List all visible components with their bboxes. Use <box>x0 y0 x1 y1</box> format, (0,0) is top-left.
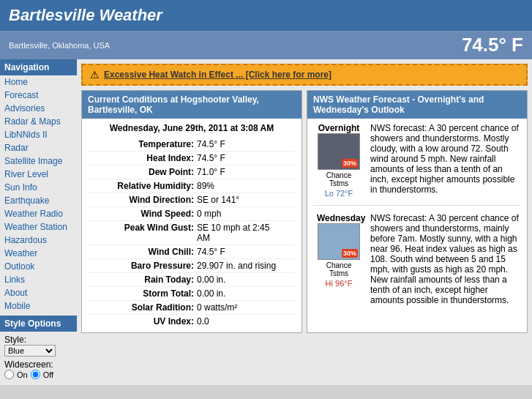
condition-row: UV Index:0.0 <box>88 315 296 328</box>
condition-row: Heat Index:74.5° F <box>88 152 296 165</box>
sidebar-item-libnnids_ii[interactable]: LibNNids II <box>0 128 77 141</box>
sidebar-item-sun_info[interactable]: Sun Info <box>0 181 77 194</box>
conditions-header: Current Conditions at Hogshooter Valley,… <box>82 91 301 119</box>
cond-label: UV Index: <box>99 316 194 327</box>
cond-label: Wind Speed: <box>99 209 194 219</box>
current-temp: 74.5° F <box>462 34 523 56</box>
sidebar-item-about[interactable]: About <box>0 286 77 299</box>
period-sublabel: ChanceTstms <box>326 261 351 277</box>
sidebar-item-home[interactable]: Home <box>0 75 77 89</box>
nav-section-header: Navigation <box>0 59 77 75</box>
widescreen-row: Widescreen: On Off <box>4 359 72 379</box>
cond-value: 0.0 <box>197 316 285 327</box>
sidebar-item-radar_&_maps[interactable]: Radar & Maps <box>0 115 77 128</box>
condition-row: Wind Chill:74.5° F <box>88 245 296 259</box>
cond-value: SE 10 mph at 2:45 AM <box>197 223 285 243</box>
widescreen-options: On Off <box>4 370 72 379</box>
alert-bar: ⚠ Excessive Heat Watch in Effect ... [Cl… <box>81 64 528 86</box>
forecast-body: Overnight 30% ChanceTstms Lo 72°F NWS fo… <box>307 119 527 317</box>
sidebar-item-outlook[interactable]: Outlook <box>0 260 77 273</box>
cond-value: 74.5° F <box>197 153 285 163</box>
page-title: Bartlesville Weather <box>9 6 162 25</box>
sidebar-item-weather[interactable]: Weather <box>0 247 77 260</box>
sidebar-item-weather_radio[interactable]: Weather Radio <box>0 207 77 220</box>
alert-link[interactable]: Excessive Heat Watch in Effect ... [Clic… <box>104 70 331 80</box>
period-label: Overnight <box>317 123 361 133</box>
forecast-period: Wednesday 30% ChanceTstms Hi 96°F NWS fo… <box>313 213 521 313</box>
sidebar-item-hazardous[interactable]: Hazardous <box>0 234 77 247</box>
sidebar-item-advisories[interactable]: Advisories <box>0 102 77 115</box>
cond-value: 0.00 in. <box>197 275 285 285</box>
condition-row: Relative Humidity:89% <box>88 179 296 193</box>
style-section-header: Style Options <box>0 316 77 332</box>
sidebar-item-mobile[interactable]: Mobile <box>0 299 77 313</box>
cond-value: 74.5° F <box>197 139 285 149</box>
cond-value: 0 watts/m² <box>197 302 285 313</box>
cond-label: Solar Radition: <box>99 302 194 313</box>
cond-label: Wind Chill: <box>99 247 194 257</box>
cond-value: 71.0° F <box>197 167 285 177</box>
main-content: ⚠ Excessive Heat Watch in Effect ... [Cl… <box>77 59 532 385</box>
widescreen-off-radio[interactable] <box>31 370 40 379</box>
condition-row: Wind Direction:SE or 141° <box>88 193 296 207</box>
condition-row: Baro Pressure:29.907 in. and rising <box>88 259 296 273</box>
forecast-header: NWS Weather Forecast - Overnight's and W… <box>307 91 527 119</box>
cond-label: Rain Today: <box>99 275 194 285</box>
cond-value: SE or 141° <box>197 195 285 205</box>
condition-row: Solar Radition:0 watts/m² <box>88 301 296 315</box>
forecast-box: NWS Weather Forecast - Overnight's and W… <box>307 90 528 333</box>
style-options-body: Style: Blue Widescreen: On Off <box>0 332 77 385</box>
condition-row: Peak Wind Gust:SE 10 mph at 2:45 AM <box>88 221 296 245</box>
widescreen-off-label: Off <box>43 370 53 379</box>
cond-value: 74.5° F <box>197 247 285 257</box>
sidebar-item-radar[interactable]: Radar <box>0 141 77 154</box>
cond-label: Heat Index: <box>99 153 194 163</box>
widescreen-label: Widescreen: <box>4 359 53 370</box>
style-row: Style: Blue <box>4 335 72 357</box>
conditions-box: Current Conditions at Hogshooter Valley,… <box>81 90 302 333</box>
cond-label: Baro Pressure: <box>99 261 194 271</box>
period-temp: Lo 72°F <box>325 189 353 198</box>
period-temp: Hi 96°F <box>326 279 353 288</box>
cond-label: Relative Humidity: <box>99 181 194 191</box>
period-text: NWS forecast: A 30 percent chance of sho… <box>370 123 521 195</box>
alert-icon: ⚠ <box>90 69 100 81</box>
period-temp-value: Lo 72°F <box>325 189 353 198</box>
cond-value: 0 mph <box>197 209 285 219</box>
condition-row: Wind Speed:0 mph <box>88 207 296 221</box>
period-temp-value: Hi 96°F <box>326 279 353 288</box>
forecast-period: Overnight 30% ChanceTstms Lo 72°F NWS fo… <box>313 123 521 206</box>
condition-row: Rain Today:0.00 in. <box>88 273 296 287</box>
chance-badge: 30% <box>342 249 358 258</box>
cond-value: 29.907 in. and rising <box>197 261 285 271</box>
style-label: Style: <box>4 335 26 345</box>
sidebar-item-satellite_image[interactable]: Satellite Image <box>0 154 77 168</box>
widescreen-on-label: On <box>17 370 28 379</box>
cond-label: Temperature: <box>99 139 194 149</box>
style-select[interactable]: Blue <box>4 345 56 357</box>
sidebar-item-weather_station[interactable]: Weather Station <box>0 220 77 234</box>
period-label: Wednesday <box>317 213 361 223</box>
sidebar-item-earthquake[interactable]: Earthquake <box>0 194 77 207</box>
cond-value: 0.00 in. <box>197 288 285 299</box>
cond-label: Storm Total: <box>99 288 194 299</box>
chance-badge: 30% <box>342 159 358 168</box>
cond-label: Dew Point: <box>99 167 194 177</box>
nav-items-container: HomeForecastAdvisoriesRadar & MapsLibNNi… <box>0 75 77 313</box>
widescreen-on-radio[interactable] <box>4 370 14 379</box>
period-sublabel: ChanceTstms <box>326 171 351 187</box>
cond-label: Wind Direction: <box>99 195 194 205</box>
cond-label: Peak Wind Gust: <box>99 223 194 243</box>
sidebar-item-links[interactable]: Links <box>0 273 77 286</box>
period-image: 30% <box>318 133 360 170</box>
sidebar: Navigation HomeForecastAdvisoriesRadar &… <box>0 59 77 385</box>
conditions-date: Wednesday, June 29th, 2011 at 3:08 AM <box>88 123 296 133</box>
period-image: 30% <box>318 223 360 260</box>
content-row: Current Conditions at Hogshooter Valley,… <box>81 90 528 333</box>
period-text: NWS forecast: A 30 percent chance of sho… <box>370 213 521 305</box>
page-header: Bartlesville Weather <box>0 0 532 31</box>
sidebar-item-forecast[interactable]: Forecast <box>0 89 77 102</box>
sidebar-item-river_level[interactable]: River Level <box>0 168 77 181</box>
condition-row: Storm Total:0.00 in. <box>88 287 296 301</box>
condition-row: Temperature:74.5° F <box>88 138 296 152</box>
